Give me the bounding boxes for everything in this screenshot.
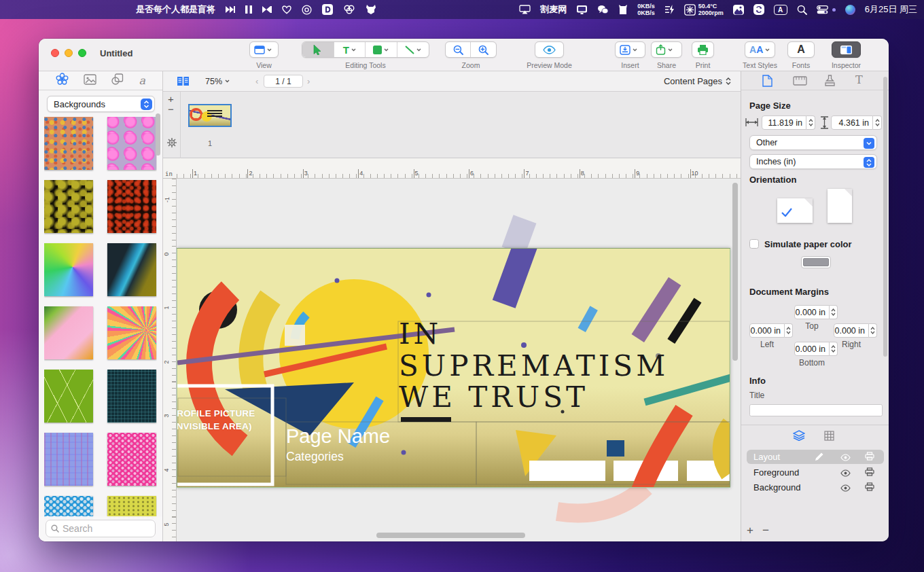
banner-headline[interactable]: IN SUPREMATISM WE TRUST <box>399 319 725 414</box>
margin-right-field[interactable]: 0.000 in <box>834 323 869 338</box>
next-page-button[interactable]: › <box>307 76 310 86</box>
tab-text[interactable]: T <box>855 73 863 86</box>
tab-backgrounds[interactable] <box>56 73 69 88</box>
units-select[interactable]: Inches (in) <box>749 154 877 169</box>
printer-icon[interactable] <box>865 467 874 478</box>
text-styles-button[interactable]: AA <box>745 42 774 57</box>
close-window-button[interactable] <box>51 49 59 57</box>
airplay-icon[interactable] <box>519 5 531 14</box>
thumbnail-pink-blossoms[interactable] <box>107 117 156 170</box>
canvas-horizontal-scrollbar[interactable] <box>376 533 525 538</box>
zoom-in-button[interactable] <box>471 42 496 57</box>
document-page[interactable]: IN SUPREMATISM WE TRUST PROFILE PICTURE … <box>177 248 730 488</box>
eye-icon[interactable] <box>840 484 851 494</box>
thumbnail-rainbow-swirl[interactable] <box>44 243 93 296</box>
view-button[interactable] <box>250 42 276 57</box>
layer-row-layout[interactable]: Layout <box>747 450 884 464</box>
layer-row-background[interactable]: Background <box>747 480 884 495</box>
thumbnail-citron-texture[interactable] <box>107 496 156 518</box>
zoom-level-control[interactable]: 75% <box>205 77 230 86</box>
thumbnail-periwinkle-maze[interactable] <box>44 433 93 486</box>
orientation-landscape-option[interactable] <box>777 198 813 223</box>
preview-mode-button[interactable] <box>535 42 563 57</box>
network-speed[interactable]: 0KB/s 0KB/s <box>637 3 655 16</box>
photos-icon[interactable] <box>733 5 744 15</box>
display-icon[interactable] <box>576 5 588 14</box>
eye-icon[interactable] <box>840 469 851 479</box>
margin-top-stepper[interactable] <box>830 305 838 319</box>
fonts-button[interactable]: A <box>788 42 814 57</box>
siri-icon[interactable] <box>845 5 855 15</box>
page-name-text[interactable]: Page Name <box>286 425 390 448</box>
pause-icon[interactable] <box>245 5 252 14</box>
page-height-field[interactable]: 4.361 in <box>831 115 873 130</box>
search-input[interactable] <box>63 523 144 534</box>
select-tool-button[interactable] <box>302 42 334 57</box>
control-center-icon[interactable] <box>817 5 828 14</box>
orientation-portrait-option[interactable] <box>828 189 852 223</box>
tab-grid[interactable] <box>824 431 834 443</box>
text-tool-button[interactable]: T <box>334 42 366 57</box>
sync-icon[interactable] <box>753 4 764 15</box>
cat-icon[interactable] <box>618 5 628 14</box>
tab-geometry[interactable] <box>793 76 807 88</box>
tab-images[interactable] <box>84 74 96 88</box>
tab-fill-stroke[interactable] <box>824 75 836 89</box>
inspector-scrollbar[interactable] <box>883 77 887 357</box>
categories-text[interactable]: Categories <box>286 450 344 464</box>
paper-preset-select[interactable]: Other <box>749 135 877 150</box>
thumbnail-red-speckle[interactable] <box>107 180 156 233</box>
share-button[interactable] <box>652 42 677 57</box>
dial-icon[interactable] <box>302 5 312 15</box>
canvas-vertical-scrollbar[interactable] <box>732 183 738 361</box>
print-button[interactable] <box>692 42 713 57</box>
document-title-input[interactable] <box>749 404 883 416</box>
insert-button[interactable] <box>616 42 641 57</box>
margin-bottom-field[interactable]: 0.000 in <box>794 342 830 356</box>
zoom-window-button[interactable] <box>78 49 86 57</box>
bull-icon[interactable] <box>366 5 376 14</box>
thumbnail-olive-blobs[interactable] <box>44 180 93 233</box>
add-layer-button[interactable]: + <box>747 524 753 537</box>
eye-icon[interactable] <box>840 453 851 463</box>
collection-select[interactable]: Backgrounds <box>47 96 155 112</box>
printer-icon[interactable] <box>865 452 874 463</box>
profile-placeholder-text[interactable]: PROFILE PICTURE (INVISIBLE AREA) <box>177 407 300 433</box>
remove-layer-button[interactable]: − <box>762 524 769 537</box>
thumbnail-magenta-dots[interactable] <box>107 433 156 486</box>
search-field[interactable] <box>46 520 156 537</box>
app-d-icon[interactable] <box>322 4 333 15</box>
thumbnail-blue-clover[interactable] <box>44 496 93 518</box>
input-method-badge[interactable]: A <box>774 5 787 15</box>
canvas-viewport[interactable]: IN SUPREMATISM WE TRUST PROFILE PICTURE … <box>177 179 741 541</box>
tab-shapes[interactable] <box>111 73 124 88</box>
margin-left-field[interactable]: 0.000 in <box>749 323 785 338</box>
zoom-out-button[interactable] <box>446 42 471 57</box>
fan-status[interactable]: 50.4°C 2000rpm <box>684 3 724 16</box>
thumbnail-ray-burst[interactable] <box>107 306 156 359</box>
pages-mode-control[interactable]: Content Pages <box>664 76 731 86</box>
thumbnail-green-lines[interactable] <box>44 370 93 423</box>
margin-bottom-stepper[interactable] <box>830 342 838 356</box>
thumbnail-pastel-burst[interactable] <box>44 306 93 359</box>
page-height-stepper[interactable] <box>873 115 882 130</box>
menubar-clock[interactable]: 6月25日 周三 <box>865 3 917 16</box>
page-width-field[interactable]: 11.819 in <box>762 115 806 130</box>
battery-bolt-icon[interactable] <box>664 5 675 14</box>
margin-top-field[interactable]: 0.000 in <box>794 305 830 319</box>
pages-panel-toggle[interactable] <box>177 76 190 89</box>
inspector-button[interactable] <box>832 42 860 57</box>
page-indicator[interactable]: 1 / 1 <box>264 75 303 88</box>
search-icon[interactable] <box>797 5 807 15</box>
rings-icon[interactable] <box>343 5 355 14</box>
thumbnail-orange-speckle[interactable] <box>44 117 93 170</box>
simulate-paper-color-checkbox[interactable] <box>749 239 759 249</box>
wechat-icon[interactable] <box>597 5 609 14</box>
margin-right-stepper[interactable] <box>869 323 877 338</box>
menu-extra-label[interactable]: 割麦网 <box>540 3 567 16</box>
thumbnail-teal-smoke[interactable] <box>107 243 156 296</box>
remove-page-button[interactable]: − <box>168 103 174 115</box>
tab-layers[interactable] <box>793 430 805 443</box>
next-track-icon[interactable] <box>262 5 272 14</box>
layer-row-foreground[interactable]: Foreground <box>747 465 884 480</box>
